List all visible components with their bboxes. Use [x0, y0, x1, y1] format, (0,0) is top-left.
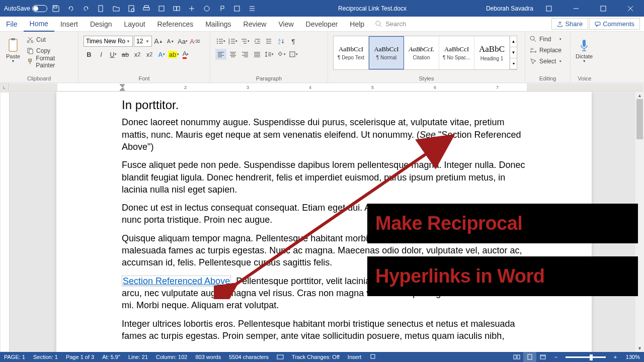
scroll-up-icon[interactable]: ▲	[635, 92, 644, 99]
multilevel-list-icon[interactable]: ▾	[239, 36, 251, 47]
zoom-out-icon[interactable]: −	[549, 352, 562, 362]
tab-layout[interactable]: Layout	[118, 17, 151, 32]
cut-button[interactable]: Cut	[24, 34, 76, 45]
qat-customize-icon[interactable]	[246, 2, 259, 15]
horizontal-ruler[interactable]: L 1 2 3 4 5 6 7	[0, 83, 644, 92]
ribbon-display-icon[interactable]	[537, 0, 560, 17]
tab-developer[interactable]: Developer	[300, 17, 344, 32]
status-track[interactable]: Track Changes: Off	[288, 354, 344, 360]
sort-icon[interactable]: AZ	[276, 36, 287, 47]
style-heading-1[interactable]: AaBbCHeading 1	[474, 36, 510, 69]
bold-icon[interactable]: B	[84, 49, 95, 60]
maximize-icon[interactable]	[592, 0, 615, 17]
font-name-combo[interactable]: Times New Ro▼	[84, 36, 133, 47]
user-name[interactable]: Deborah Savadra	[486, 5, 533, 12]
qat-icon-9[interactable]	[215, 2, 228, 15]
strikethrough-icon[interactable]: ab	[120, 49, 131, 60]
status-words[interactable]: 803 words	[191, 354, 225, 360]
borders-icon[interactable]: ▾	[288, 49, 299, 60]
status-section[interactable]: Section: 1	[29, 354, 62, 360]
undo-icon[interactable]	[64, 2, 77, 15]
tab-insert[interactable]: Insert	[54, 17, 84, 32]
share-button[interactable]: Share	[551, 18, 588, 30]
new-doc-icon[interactable]	[95, 2, 108, 15]
search-input[interactable]: Search	[375, 20, 406, 28]
gallery-up-icon[interactable]: ▲	[510, 36, 517, 47]
zoom-in-icon[interactable]: +	[609, 352, 622, 362]
qat-icon-6[interactable]	[170, 2, 183, 15]
subscript-icon[interactable]: x2	[132, 49, 143, 60]
bullets-icon[interactable]: ▾	[215, 36, 226, 47]
status-mode[interactable]: Insert	[344, 354, 366, 360]
style-depo-text[interactable]: AaBbCcI¶ Depo Text	[334, 36, 369, 69]
style-citation[interactable]: AaBbCcLCitation	[404, 36, 439, 69]
vertical-ruler[interactable]	[1, 93, 10, 351]
web-layout-icon[interactable]	[536, 352, 549, 362]
status-page[interactable]: PAGE: 1	[0, 354, 29, 360]
tab-references[interactable]: References	[151, 17, 200, 32]
paste-button[interactable]: Paste ▼	[2, 33, 24, 67]
italic-icon[interactable]: I	[96, 49, 107, 60]
shading-icon[interactable]: ▾	[276, 49, 287, 60]
align-center-icon[interactable]	[227, 49, 238, 60]
qat-icon-5[interactable]	[155, 2, 168, 15]
format-painter-button[interactable]: Format Painter	[24, 56, 76, 67]
read-mode-icon[interactable]	[510, 352, 523, 362]
replace-button[interactable]: abReplace	[527, 45, 564, 56]
print-preview-icon[interactable]	[125, 2, 138, 15]
zoom-level[interactable]: 130%	[622, 354, 644, 360]
clear-formatting-icon[interactable]: A⌫	[189, 36, 200, 47]
superscript-icon[interactable]: x2	[144, 49, 155, 60]
scroll-thumb[interactable]	[636, 99, 643, 139]
numbering-icon[interactable]: 123▾	[227, 36, 238, 47]
zoom-slider[interactable]	[566, 356, 606, 358]
find-button[interactable]: Find▾	[527, 34, 564, 45]
scroll-down-icon[interactable]: ▼	[635, 345, 644, 352]
style-gallery[interactable]: AaBbCcI¶ Depo Text AaBbCcI¶ Normal AaBbC…	[333, 36, 517, 70]
select-button[interactable]: Select▾	[527, 56, 564, 67]
justify-icon[interactable]	[252, 49, 263, 60]
change-case-icon[interactable]: Aa▾	[177, 36, 188, 47]
style-no-spacing[interactable]: AaBbCcI¶ No Spac...	[439, 36, 474, 69]
status-chars[interactable]: 5504 characters	[225, 354, 273, 360]
redo-icon[interactable]	[79, 2, 93, 15]
font-size-combo[interactable]: 12▼	[134, 36, 152, 47]
save-icon[interactable]	[49, 2, 62, 15]
show-marks-icon[interactable]: ¶	[288, 36, 299, 47]
align-left-icon[interactable]	[215, 49, 226, 60]
close-icon[interactable]	[619, 0, 642, 17]
open-doc-icon[interactable]	[110, 2, 123, 15]
gallery-more-icon[interactable]: ▾	[510, 58, 517, 69]
status-line[interactable]: Line: 21	[124, 354, 152, 360]
decrease-indent-icon[interactable]	[252, 36, 263, 47]
increase-font-icon[interactable]: A▲	[153, 36, 164, 47]
gallery-down-icon[interactable]: ▼	[510, 47, 517, 58]
tab-review[interactable]: Review	[237, 17, 273, 32]
decrease-font-icon[interactable]: A▼	[165, 36, 176, 47]
status-macro-icon[interactable]	[365, 353, 380, 361]
status-spell-icon[interactable]	[273, 353, 288, 361]
status-column[interactable]: Column: 102	[152, 354, 191, 360]
tab-file[interactable]: File	[0, 17, 24, 32]
qat-icon-7[interactable]	[185, 2, 198, 15]
status-pages[interactable]: Page 1 of 3	[62, 354, 98, 360]
print-layout-icon[interactable]	[523, 352, 536, 362]
align-right-icon[interactable]	[239, 49, 251, 60]
qat-icon-8[interactable]	[200, 2, 213, 15]
tab-home[interactable]: Home	[24, 17, 54, 32]
highlight-icon[interactable]: ab▾	[168, 49, 179, 60]
increase-indent-icon[interactable]	[264, 36, 275, 47]
minimize-icon[interactable]	[565, 0, 588, 17]
status-at[interactable]: At: 5.9"	[98, 354, 124, 360]
tab-design[interactable]: Design	[84, 17, 118, 32]
font-color-icon[interactable]: A▾	[180, 49, 191, 60]
tab-view[interactable]: View	[272, 17, 299, 32]
comments-button[interactable]: Comments	[589, 18, 640, 30]
tab-help[interactable]: Help	[344, 17, 370, 32]
hyperlink-section-reference[interactable]: Section Referenced Above	[122, 276, 231, 287]
qat-icon-10[interactable]	[230, 2, 244, 15]
text-effects-icon[interactable]: A▾	[156, 49, 167, 60]
tab-mailings[interactable]: Mailings	[199, 17, 237, 32]
print-icon[interactable]	[140, 2, 153, 15]
line-spacing-icon[interactable]: ▾	[264, 49, 275, 60]
